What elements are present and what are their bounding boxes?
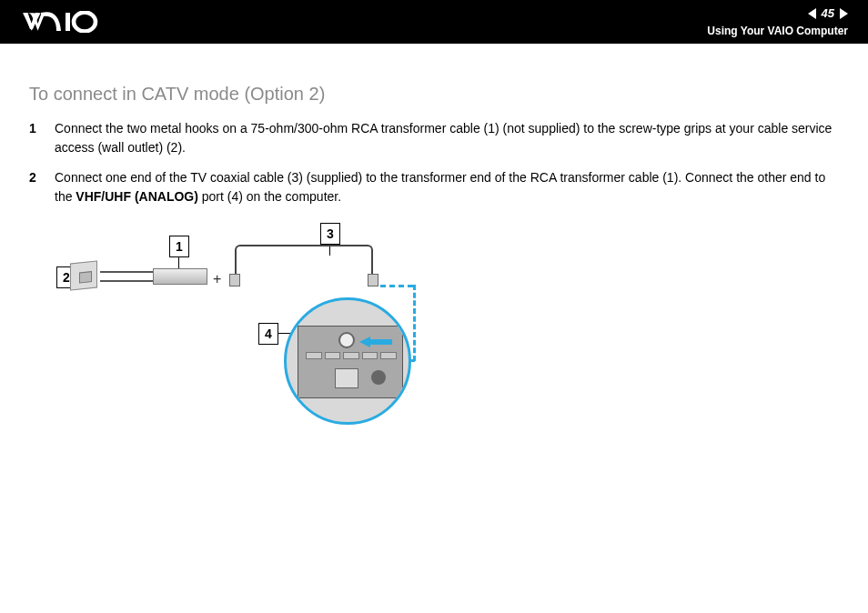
content-area: To connect in CATV mode (Option 2) 1 Con… [0, 44, 868, 432]
callout-3: 3 [320, 223, 340, 245]
step-text: Connect the two metal hooks on a 75-ohm/… [55, 119, 839, 157]
page-navigation: 45 [707, 5, 848, 22]
header-right: 45 Using Your VAIO Computer [707, 5, 848, 39]
step-number: 1 [29, 119, 55, 157]
section-heading: To connect in CATV mode (Option 2) [29, 84, 839, 105]
step-1: 1 Connect the two metal hooks on a 75-oh… [29, 119, 839, 157]
plus-icon: + [213, 271, 221, 287]
svg-rect-0 [66, 13, 70, 31]
step-number: 2 [29, 168, 55, 206]
computer-port-detail-icon [284, 297, 411, 425]
coax-connector-icon [229, 274, 240, 286]
svg-point-1 [74, 13, 96, 32]
vaio-logo [23, 12, 123, 32]
wall-outlet-icon [70, 260, 97, 290]
section-name: Using Your VAIO Computer [707, 24, 848, 39]
arrow-left-icon [359, 337, 370, 347]
step-text-b: port (4) on the computer. [198, 189, 341, 204]
step-text: Connect one end of the TV coaxial cable … [55, 168, 839, 206]
step-text-bold: VHF/UHF (ANALOG) [76, 189, 198, 204]
page-number: 45 [822, 5, 834, 22]
rca-transformer-cable-icon [100, 266, 207, 286]
callout-4: 4 [258, 323, 278, 345]
connection-path-icon [413, 285, 416, 361]
next-page-icon[interactable] [840, 8, 848, 19]
page-header: 45 Using Your VAIO Computer [0, 0, 868, 44]
connection-diagram: 1 2 3 4 + [56, 223, 448, 432]
connection-path-icon [380, 285, 413, 287]
step-2: 2 Connect one end of the TV coaxial cabl… [29, 168, 839, 206]
coax-connector-icon [368, 274, 378, 286]
prev-page-icon[interactable] [808, 8, 816, 19]
callout-1: 1 [169, 236, 189, 257]
coaxial-cable-icon [235, 245, 373, 281]
